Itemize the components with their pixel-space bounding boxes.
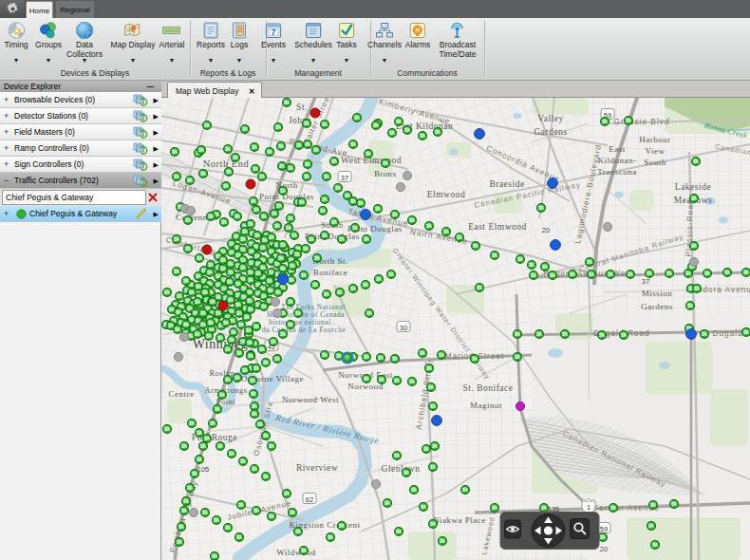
svg-text:3A: 3A xyxy=(309,237,315,242)
svg-text:3A: 3A xyxy=(260,246,267,251)
svg-text:3A: 3A xyxy=(252,412,258,417)
svg-text:3A: 3A xyxy=(702,332,708,337)
svg-text:3A: 3A xyxy=(477,286,483,290)
svg-text:3A: 3A xyxy=(384,501,391,506)
svg-text:3A: 3A xyxy=(229,338,235,343)
svg-text:3A: 3A xyxy=(394,454,401,458)
svg-text:Gardens: Gardens xyxy=(641,302,673,311)
svg-text:59: 59 xyxy=(600,525,608,533)
svg-text:3A: 3A xyxy=(288,323,294,327)
svg-text:Gardens: Gardens xyxy=(534,127,567,137)
svg-text:3A: 3A xyxy=(589,272,595,277)
svg-text:3A: 3A xyxy=(517,257,524,262)
svg-text:Lakeside: Lakeside xyxy=(675,182,711,192)
svg-text:3A: 3A xyxy=(472,357,478,362)
svg-text:3A: 3A xyxy=(378,356,384,361)
svg-text:Riverview: Riverview xyxy=(296,463,338,473)
svg-text:3A: 3A xyxy=(208,321,215,326)
svg-text:North End: North End xyxy=(203,159,250,169)
svg-text:Grassie Blvd: Grassie Blvd xyxy=(613,117,669,126)
svg-text:du Canada de La Fourche: du Canada de La Fourche xyxy=(262,326,347,334)
svg-text:3A: 3A xyxy=(276,204,283,209)
svg-text:3A: 3A xyxy=(274,224,281,229)
svg-text:3A: 3A xyxy=(212,554,218,559)
svg-text:Braeside: Braeside xyxy=(489,179,524,189)
svg-text:3A: 3A xyxy=(197,457,203,462)
svg-text:3A: 3A xyxy=(261,305,268,309)
svg-text:3A: 3A xyxy=(350,199,357,204)
svg-text:Elmwood: Elmwood xyxy=(427,190,465,199)
svg-text:Wildwood: Wildwood xyxy=(276,548,316,557)
svg-text:3A: 3A xyxy=(202,290,209,295)
svg-text:3A: 3A xyxy=(457,235,463,240)
svg-text:3A: 3A xyxy=(177,540,183,545)
svg-text:3A: 3A xyxy=(253,208,260,213)
svg-text:3A: 3A xyxy=(279,164,286,169)
svg-text:3A: 3A xyxy=(251,392,257,397)
svg-text:3A: 3A xyxy=(230,319,236,324)
svg-text:3A: 3A xyxy=(440,539,446,544)
svg-text:3A: 3A xyxy=(214,518,220,523)
svg-text:3A: 3A xyxy=(275,290,282,295)
svg-text:3A: 3A xyxy=(254,233,261,238)
svg-text:3A: 3A xyxy=(197,256,203,261)
svg-text:3A: 3A xyxy=(290,511,296,515)
svg-text:3A: 3A xyxy=(280,189,287,194)
svg-text:3A: 3A xyxy=(215,407,221,412)
svg-text:3A: 3A xyxy=(210,300,216,305)
svg-text:3A: 3A xyxy=(538,206,545,211)
svg-text:3A: 3A xyxy=(272,212,278,216)
svg-text:3A: 3A xyxy=(322,233,328,238)
svg-text:3A: 3A xyxy=(280,243,287,248)
svg-text:3A: 3A xyxy=(252,467,258,472)
svg-text:3A: 3A xyxy=(430,404,437,409)
svg-text:3A: 3A xyxy=(204,437,211,441)
svg-text:3A: 3A xyxy=(404,128,411,133)
svg-text:Kildonan-: Kildonan- xyxy=(598,156,637,165)
svg-text:3A: 3A xyxy=(392,357,399,362)
svg-text:3A: 3A xyxy=(600,535,607,540)
svg-text:3A: 3A xyxy=(247,299,253,304)
svg-text:3A: 3A xyxy=(261,215,268,219)
svg-text:3A: 3A xyxy=(178,525,185,530)
svg-text:3A: 3A xyxy=(666,271,673,276)
svg-text:3A: 3A xyxy=(301,549,308,553)
svg-text:3A: 3A xyxy=(435,130,441,135)
svg-text:3A: 3A xyxy=(286,226,292,231)
svg-text:Niakwa Place: Niakwa Place xyxy=(433,515,486,525)
svg-text:3A: 3A xyxy=(200,323,207,327)
svg-text:3A: 3A xyxy=(219,393,226,398)
svg-text:3A: 3A xyxy=(375,207,382,212)
svg-text:3A: 3A xyxy=(691,244,698,249)
svg-text:3A: 3A xyxy=(278,256,285,261)
svg-text:3A: 3A xyxy=(373,123,380,128)
svg-text:3A: 3A xyxy=(366,311,373,316)
svg-text:3A: 3A xyxy=(396,120,403,124)
svg-text:3A: 3A xyxy=(269,514,275,519)
svg-text:3A: 3A xyxy=(350,287,357,291)
svg-text:3A: 3A xyxy=(242,368,249,373)
svg-text:3A: 3A xyxy=(234,215,241,219)
svg-text:3A: 3A xyxy=(550,273,556,278)
svg-text:3A: 3A xyxy=(208,215,215,219)
svg-text:3A: 3A xyxy=(290,264,296,269)
svg-text:3A: 3A xyxy=(671,502,678,507)
svg-text:3A: 3A xyxy=(267,150,273,155)
svg-text:3A: 3A xyxy=(312,283,319,288)
svg-text:3A: 3A xyxy=(204,123,211,128)
svg-text:3A: 3A xyxy=(226,170,233,175)
svg-text:3A: 3A xyxy=(335,186,342,191)
svg-text:3A: 3A xyxy=(174,237,180,242)
svg-text:20: 20 xyxy=(600,545,608,553)
svg-text:3A: 3A xyxy=(628,272,634,277)
svg-text:3A: 3A xyxy=(322,353,328,358)
svg-text:3A: 3A xyxy=(259,347,266,352)
svg-text:3A: 3A xyxy=(704,271,711,276)
svg-text:View: View xyxy=(646,146,666,156)
svg-text:Mission: Mission xyxy=(642,289,673,298)
svg-text:3A: 3A xyxy=(198,148,205,153)
svg-text:3A: 3A xyxy=(235,303,242,308)
svg-text:3A: 3A xyxy=(263,475,270,479)
svg-text:3A: 3A xyxy=(200,444,207,449)
svg-text:3A: 3A xyxy=(248,271,254,275)
